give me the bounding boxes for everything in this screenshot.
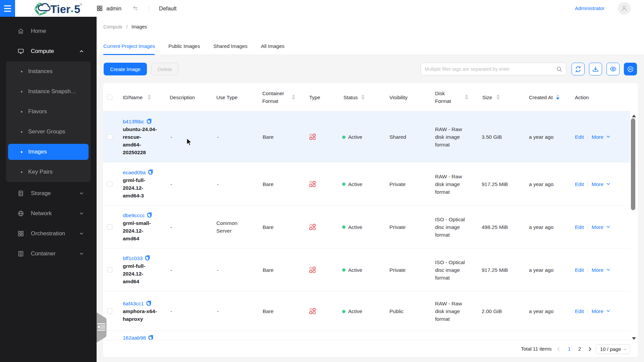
svg-text:5: 5 — [74, 3, 80, 15]
svg-text:®: ® — [80, 3, 82, 6]
svg-text:Tier: Tier — [50, 3, 70, 15]
